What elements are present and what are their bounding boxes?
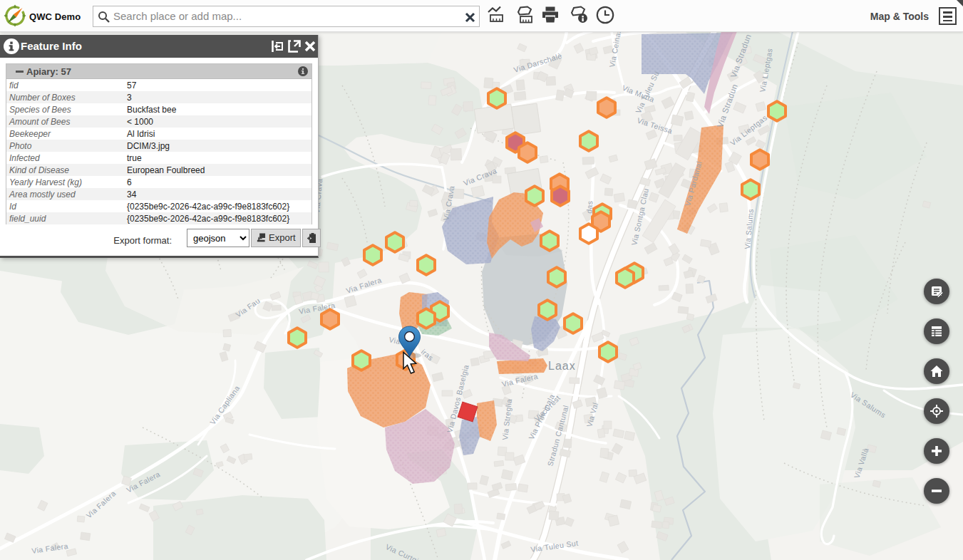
svg-text:Laax: Laax [548,360,576,372]
